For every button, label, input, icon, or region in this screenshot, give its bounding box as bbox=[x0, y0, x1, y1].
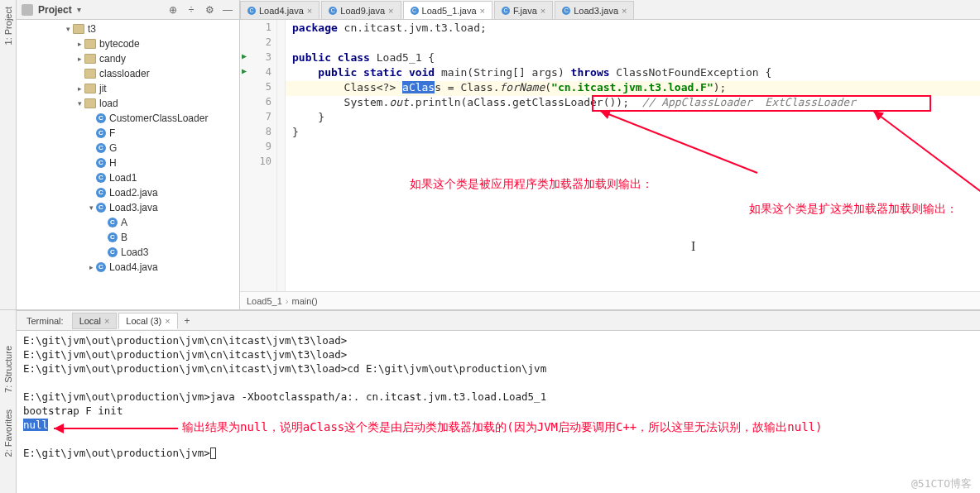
tree-label: F bbox=[109, 127, 115, 139]
breadcrumb-item[interactable]: Load5_1 bbox=[247, 296, 282, 306]
terminal-prompt[interactable]: E:\git\jvm\out\production\jvm> bbox=[23, 447, 973, 461]
tree-label: jit bbox=[99, 83, 107, 94]
tree-twisty[interactable]: ▸ bbox=[86, 263, 96, 271]
code-line[interactable]: } bbox=[286, 111, 980, 126]
tree-twisty[interactable]: ▸ bbox=[74, 55, 84, 63]
tree-item[interactable]: CF bbox=[17, 126, 239, 141]
class-icon: C bbox=[96, 128, 106, 138]
close-icon[interactable]: × bbox=[622, 6, 627, 16]
code-line[interactable] bbox=[286, 36, 980, 51]
tree-twisty[interactable]: ▾ bbox=[63, 25, 73, 33]
editor-tab[interactable]: CLoad3.java× bbox=[555, 1, 634, 19]
folder-icon bbox=[84, 84, 96, 93]
project-tree[interactable]: ▾t3▸bytecode▸candyclassloader▸jit▾loadCC… bbox=[17, 20, 239, 309]
tree-label: bytecode bbox=[99, 38, 140, 50]
chevron-down-icon[interactable]: ▾ bbox=[77, 5, 81, 14]
hide-icon[interactable]: — bbox=[221, 3, 234, 17]
line-number: ▶4 bbox=[240, 66, 276, 81]
annotation-text-2: 如果这个类是扩这类加载器加载则输出： bbox=[749, 202, 958, 217]
tree-item[interactable]: ▾load bbox=[17, 96, 239, 111]
editor-tab[interactable]: CLoad9.java× bbox=[321, 1, 401, 19]
tree-label: Load3.java bbox=[109, 202, 158, 213]
class-icon: C bbox=[108, 247, 118, 257]
line-number: 6 bbox=[240, 96, 276, 111]
watermark: @51CTO博客 bbox=[911, 476, 972, 491]
tree-item[interactable]: CLoad1 bbox=[17, 170, 239, 185]
annotation-text-1: 如果这个类是被应用程序类加载器加载则输出： bbox=[410, 177, 653, 192]
tree-twisty[interactable]: ▾ bbox=[86, 203, 96, 212]
tab-label: Load9.java bbox=[340, 6, 385, 16]
add-terminal-button[interactable]: + bbox=[180, 315, 195, 327]
line-number: 7 bbox=[240, 111, 276, 126]
terminal-body[interactable]: @51CTO博客 E:\git\jvm\out\production\jvm\c… bbox=[17, 331, 980, 493]
run-gutter-icon[interactable]: ▶ bbox=[242, 66, 247, 75]
favorites-tool-label[interactable]: 2: Favorites bbox=[3, 409, 13, 457]
tree-item[interactable]: classloader bbox=[17, 66, 239, 81]
tree-item[interactable]: CH bbox=[17, 156, 239, 170]
tree-item[interactable]: ▾t3 bbox=[17, 22, 239, 36]
terminal-line: E:\git\jvm\out\production\jvm\cn\itcast\… bbox=[23, 348, 973, 362]
code-line[interactable]: public static void main(String[] args) t… bbox=[286, 66, 980, 81]
tree-item[interactable]: CLoad2.java bbox=[17, 185, 239, 200]
line-number: 5 bbox=[240, 81, 276, 96]
code-line[interactable]: public class Load5_1 { bbox=[286, 51, 980, 66]
close-icon[interactable]: × bbox=[388, 6, 393, 16]
class-icon: C bbox=[562, 7, 570, 15]
project-tool-label[interactable]: 1: Project bbox=[3, 7, 13, 45]
run-gutter-icon[interactable]: ▶ bbox=[242, 51, 247, 60]
tree-item[interactable]: ▸jit bbox=[17, 81, 239, 96]
tree-label: Load2.java bbox=[109, 187, 158, 199]
terminal-label: Terminal: bbox=[20, 313, 70, 329]
project-panel-header: Project ▾ ⊕ ÷ ⚙ — bbox=[17, 0, 239, 20]
tab-label: Load5_1.java bbox=[422, 6, 477, 16]
class-icon: C bbox=[96, 143, 106, 153]
tree-item[interactable]: CA bbox=[17, 215, 239, 230]
code-line[interactable]: } bbox=[286, 126, 980, 141]
tree-twisty[interactable]: ▸ bbox=[74, 84, 84, 93]
left-tool-strip: 1: Project bbox=[0, 0, 17, 309]
tree-item[interactable]: ▾CLoad3.java bbox=[17, 200, 239, 215]
tree-item[interactable]: CCustomerClassLoader bbox=[17, 111, 239, 126]
terminal-tab-local3[interactable]: Local (3)× bbox=[118, 313, 177, 329]
terminal-tabs: Terminal: Local× Local (3)× + bbox=[17, 311, 980, 331]
code-line[interactable] bbox=[286, 156, 980, 170]
line-number: ▶3 bbox=[240, 51, 276, 66]
code-line[interactable] bbox=[286, 141, 980, 156]
tree-item[interactable]: ▸candy bbox=[17, 51, 239, 66]
close-icon[interactable]: × bbox=[307, 6, 312, 16]
breadcrumb-item[interactable]: main() bbox=[292, 296, 318, 306]
close-icon[interactable]: × bbox=[165, 316, 170, 326]
tree-label: Load3 bbox=[121, 247, 148, 258]
tree-item[interactable]: ▸CLoad4.java bbox=[17, 260, 239, 275]
breadcrumb[interactable]: Load5_1 › main() bbox=[240, 291, 980, 309]
terminal-tab-local[interactable]: Local× bbox=[72, 313, 118, 329]
code-line[interactable]: Class<?> aClass = Class.forName("cn.itca… bbox=[286, 81, 980, 96]
class-icon: C bbox=[108, 218, 118, 227]
tree-label: load bbox=[99, 98, 118, 109]
crosshair-icon[interactable]: ⊕ bbox=[166, 3, 180, 17]
collapse-icon[interactable]: ÷ bbox=[185, 3, 198, 17]
code-viewport[interactable]: 如果这个类是被应用程序类加载器加载则输出： 如果这个类是扩这类加载器加载则输出：… bbox=[286, 20, 980, 291]
tree-twisty[interactable]: ▸ bbox=[74, 40, 84, 48]
gutter-strip bbox=[277, 20, 286, 291]
editor-tab[interactable]: CF.java× bbox=[494, 1, 553, 19]
structure-tool-label[interactable]: 7: Structure bbox=[3, 346, 13, 393]
close-icon[interactable]: × bbox=[540, 6, 545, 16]
tree-label: H bbox=[109, 157, 117, 169]
tree-item[interactable]: CB bbox=[17, 230, 239, 245]
tree-item[interactable]: ▸bytecode bbox=[17, 36, 239, 51]
editor-tab[interactable]: CLoad5_1.java× bbox=[403, 1, 493, 19]
tree-label: CustomerClassLoader bbox=[109, 112, 208, 124]
editor-tab[interactable]: CLoad4.java× bbox=[240, 1, 319, 19]
code-line[interactable]: package cn.itcast.jvm.t3.load; bbox=[286, 22, 980, 36]
close-icon[interactable]: × bbox=[104, 316, 109, 326]
folder-icon bbox=[84, 69, 96, 79]
editor-tabs: CLoad4.java×CLoad9.java×CLoad5_1.java×CF… bbox=[240, 0, 980, 20]
tree-twisty[interactable]: ▾ bbox=[74, 99, 84, 108]
line-number: 10 bbox=[240, 156, 276, 170]
tree-item[interactable]: CG bbox=[17, 141, 239, 156]
close-icon[interactable]: × bbox=[480, 6, 485, 16]
gear-icon[interactable]: ⚙ bbox=[203, 3, 216, 17]
line-number: 9 bbox=[240, 141, 276, 156]
tree-item[interactable]: CLoad3 bbox=[17, 245, 239, 260]
